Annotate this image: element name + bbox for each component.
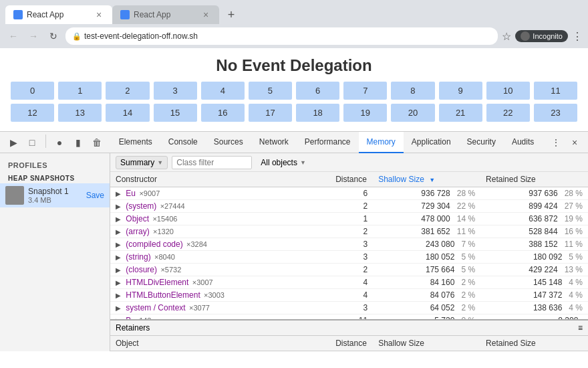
reload-button[interactable]: ↻: [45, 28, 61, 44]
clear-icon[interactable]: 🗑: [89, 134, 105, 151]
grid-cell[interactable]: 0: [11, 82, 54, 100]
inspect-icon[interactable]: □: [24, 134, 40, 151]
grid-cell[interactable]: 16: [201, 104, 245, 122]
tab-2-close[interactable]: ×: [200, 9, 211, 20]
col-retained-header[interactable]: Retained Size: [480, 172, 588, 187]
retainers-col-object[interactable]: Object: [110, 336, 330, 351]
grid-cell[interactable]: 15: [154, 104, 197, 122]
col-distance-header[interactable]: Distance: [330, 172, 373, 187]
record-icon[interactable]: ●: [51, 134, 67, 151]
count-label: ×3284: [186, 240, 207, 248]
table-row[interactable]: ▶ (system) ×27444 2 729 304 22 % 899 424…: [110, 200, 588, 213]
grid-cell[interactable]: 3: [154, 82, 197, 100]
table-row[interactable]: ▶ (array) ×1320 2 381 652 11 % 528 844 1…: [110, 225, 588, 238]
cursor-icon[interactable]: ▶: [5, 134, 21, 151]
expand-arrow[interactable]: ▶: [116, 254, 121, 261]
tab-2[interactable]: React App ×: [112, 5, 219, 24]
distance-cell: 3: [330, 251, 373, 264]
summary-dropdown[interactable]: Summary ▼: [116, 156, 168, 169]
retainers-header: Retainers ≡: [110, 320, 588, 336]
table-row[interactable]: ▶ HTMLButtonElement ×3003 4 84 076 2 % 1…: [110, 289, 588, 302]
tab-performance[interactable]: Performance: [297, 132, 359, 153]
address-box[interactable]: 🔒 test-event-delegation-off.now.sh: [65, 27, 498, 45]
expand-arrow[interactable]: ▶: [116, 190, 121, 197]
table-row[interactable]: ▶ (compiled code) ×3284 3 243 080 7 % 38…: [110, 238, 588, 251]
table-row[interactable]: ▶ (closure) ×5732 2 175 664 5 % 429 224 …: [110, 264, 588, 276]
distance-cell: 2: [330, 264, 373, 276]
devtools-close-icon[interactable]: ×: [567, 134, 583, 151]
tab-network[interactable]: Network: [251, 132, 297, 153]
sort-arrow: ▼: [429, 177, 435, 183]
menu-icon[interactable]: ⋮: [572, 30, 583, 43]
stop-icon[interactable]: ▮: [70, 134, 86, 151]
bookmark-icon[interactable]: ☆: [502, 30, 511, 43]
grid-cell[interactable]: 5: [249, 82, 292, 100]
tab-sources[interactable]: Sources: [206, 132, 251, 153]
grid-cell[interactable]: 6: [296, 82, 339, 100]
tab-console[interactable]: Console: [160, 132, 206, 153]
grid-cell[interactable]: 19: [343, 104, 387, 122]
devtools-panel: ▶ □ ● ▮ 🗑 Elements Console Sources Netwo…: [0, 131, 588, 351]
grid-cell[interactable]: 10: [486, 82, 530, 100]
grid-cell[interactable]: 9: [439, 82, 482, 100]
grid-cell[interactable]: 8: [391, 82, 434, 100]
grid-cell[interactable]: 12: [11, 104, 54, 122]
retainers-col-distance[interactable]: Distance: [330, 336, 373, 351]
table-row[interactable]: ▶ Object ×15406 1 478 000 14 % 636 872 1…: [110, 213, 588, 225]
expand-arrow[interactable]: ▶: [116, 228, 121, 236]
tab-audits[interactable]: Audits: [504, 132, 542, 153]
devtools-more-icon[interactable]: ⋮: [548, 134, 564, 151]
tab-memory[interactable]: Memory: [359, 132, 404, 153]
grid-cell[interactable]: 4: [201, 82, 245, 100]
col-constructor-header[interactable]: Constructor: [110, 172, 330, 187]
grid-cell[interactable]: 13: [58, 104, 102, 122]
table-row[interactable]: ▶ (string) ×8040 3 180 052 5 % 180 092 5…: [110, 251, 588, 264]
grid-cell[interactable]: 18: [296, 104, 339, 122]
col-shallow-header[interactable]: Shallow Size ▼: [373, 172, 480, 187]
expand-arrow[interactable]: ▶: [116, 215, 121, 223]
distance-cell: 11: [330, 314, 373, 320]
back-button[interactable]: ←: [5, 28, 21, 44]
grid-cell[interactable]: 23: [534, 104, 577, 122]
table-row[interactable]: ▶ HTMLDivElement ×3007 4 84 160 2 % 145 …: [110, 276, 588, 289]
expand-arrow[interactable]: ▶: [116, 292, 121, 299]
grid-cell[interactable]: 11: [534, 82, 577, 100]
grid-cell[interactable]: 14: [106, 104, 149, 122]
constructor-name: system / Context: [126, 303, 185, 312]
expand-arrow[interactable]: ▶: [116, 279, 121, 286]
expand-arrow[interactable]: ▶: [116, 241, 121, 248]
retainers-scroll-icon: ≡: [578, 323, 583, 333]
grid-row-1: 01234567891011: [11, 82, 577, 100]
table-row[interactable]: ▶ system / Context ×3077 3 64 052 2 % 13…: [110, 302, 588, 314]
retainers-col-shallow[interactable]: Shallow Size: [373, 336, 480, 351]
tab-bar: React App × React App × +: [0, 0, 588, 24]
grid-cell[interactable]: 21: [439, 104, 482, 122]
scrollable-table[interactable]: Constructor Distance Shallow Size ▼ Reta…: [110, 172, 588, 319]
grid-cell[interactable]: 7: [343, 82, 387, 100]
snapshot-save-button[interactable]: Save: [86, 191, 104, 200]
grid-cell[interactable]: 1: [58, 82, 102, 100]
grid-cell[interactable]: 22: [486, 104, 530, 122]
grid-cell[interactable]: 2: [106, 82, 149, 100]
grid-cell[interactable]: 17: [249, 104, 292, 122]
expand-arrow[interactable]: ▶: [116, 304, 121, 312]
tab-security[interactable]: Security: [459, 132, 504, 153]
tab-1-close[interactable]: ×: [94, 9, 104, 20]
all-objects-dropdown[interactable]: All objects ▼: [256, 156, 311, 169]
tab-1-active[interactable]: React App ×: [5, 5, 112, 24]
retainers-col-retained[interactable]: Retained Size: [480, 336, 588, 351]
table-row[interactable]: ▶ B ×143 11 5 720 0 % 8 208: [110, 314, 588, 320]
tab-application[interactable]: Application: [404, 132, 459, 153]
expand-arrow[interactable]: ▶: [116, 203, 121, 210]
tab-elements[interactable]: Elements: [111, 132, 160, 153]
class-filter-input[interactable]: [172, 156, 252, 169]
snapshot-item[interactable]: Snapshot 1 3.4 MB Save: [0, 183, 110, 207]
retained-size-cell: 180 092 5 %: [480, 251, 588, 264]
forward-button[interactable]: →: [25, 28, 41, 44]
table-row[interactable]: ▶ Eu ×9007 6 936 728 28 % 937 636 28 %: [110, 187, 588, 200]
lock-icon: 🔒: [72, 32, 82, 41]
expand-arrow[interactable]: ▶: [116, 266, 121, 274]
new-tab-button[interactable]: +: [222, 5, 241, 24]
grid-cell[interactable]: 20: [391, 104, 434, 122]
retained-size-cell: 429 224 13 %: [480, 264, 588, 276]
